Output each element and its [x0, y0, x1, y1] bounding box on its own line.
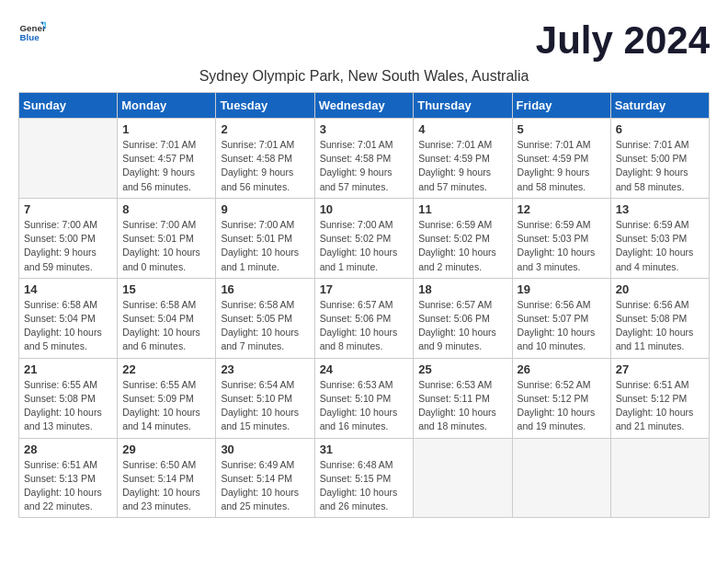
logo-icon: General Blue	[18, 18, 46, 46]
day-number: 27	[616, 362, 704, 376]
day-number: 15	[122, 282, 210, 296]
day-number: 21	[24, 362, 112, 376]
calendar-cell: 27Sunrise: 6:51 AMSunset: 5:12 PMDayligh…	[610, 358, 709, 438]
calendar-cell: 14Sunrise: 6:58 AMSunset: 5:04 PMDayligh…	[19, 278, 118, 358]
day-info: Sunrise: 7:00 AMSunset: 5:02 PMDaylight:…	[320, 218, 409, 274]
header-thursday: Thursday	[414, 93, 512, 119]
svg-text:General: General	[20, 23, 47, 33]
day-info: Sunrise: 7:01 AMSunset: 4:57 PMDaylight:…	[122, 138, 210, 194]
day-info: Sunrise: 6:58 AMSunset: 5:04 PMDaylight:…	[122, 298, 210, 354]
day-number: 29	[122, 442, 210, 456]
calendar-table: SundayMondayTuesdayWednesdayThursdayFrid…	[18, 92, 710, 518]
day-number: 16	[221, 282, 309, 296]
header-tuesday: Tuesday	[216, 93, 314, 119]
calendar-cell: 3Sunrise: 7:01 AMSunset: 4:58 PMDaylight…	[314, 119, 414, 199]
calendar-cell: 1Sunrise: 7:01 AMSunset: 4:57 PMDaylight…	[118, 119, 216, 199]
day-number: 28	[24, 442, 112, 456]
calendar-cell: 21Sunrise: 6:55 AMSunset: 5:08 PMDayligh…	[19, 358, 118, 438]
day-number: 12	[518, 202, 606, 216]
calendar-cell: 22Sunrise: 6:55 AMSunset: 5:09 PMDayligh…	[118, 358, 216, 438]
calendar-cell	[512, 438, 610, 518]
calendar-cell: 26Sunrise: 6:52 AMSunset: 5:12 PMDayligh…	[512, 358, 610, 438]
day-number: 20	[616, 282, 704, 296]
calendar-cell: 11Sunrise: 6:59 AMSunset: 5:02 PMDayligh…	[414, 198, 512, 278]
week-row-0: 1Sunrise: 7:01 AMSunset: 4:57 PMDaylight…	[19, 119, 710, 199]
calendar-cell: 30Sunrise: 6:49 AMSunset: 5:14 PMDayligh…	[216, 438, 314, 518]
day-number: 11	[418, 202, 506, 216]
day-info: Sunrise: 6:59 AMSunset: 5:03 PMDaylight:…	[616, 218, 704, 274]
day-number: 2	[221, 122, 309, 136]
day-number: 25	[418, 362, 506, 376]
day-number: 3	[320, 122, 409, 136]
day-info: Sunrise: 7:00 AMSunset: 5:01 PMDaylight:…	[122, 218, 210, 274]
week-row-2: 14Sunrise: 6:58 AMSunset: 5:04 PMDayligh…	[19, 278, 710, 358]
day-info: Sunrise: 6:51 AMSunset: 5:12 PMDaylight:…	[616, 378, 704, 434]
day-number: 17	[320, 282, 409, 296]
calendar-cell: 25Sunrise: 6:53 AMSunset: 5:11 PMDayligh…	[414, 358, 512, 438]
day-info: Sunrise: 6:51 AMSunset: 5:13 PMDaylight:…	[24, 458, 112, 514]
calendar-cell: 31Sunrise: 6:48 AMSunset: 5:15 PMDayligh…	[314, 438, 414, 518]
header-saturday: Saturday	[610, 93, 709, 119]
day-number: 13	[616, 202, 704, 216]
day-info: Sunrise: 6:58 AMSunset: 5:05 PMDaylight:…	[221, 298, 309, 354]
day-number: 24	[320, 362, 409, 376]
day-info: Sunrise: 7:01 AMSunset: 4:59 PMDaylight:…	[418, 138, 506, 194]
calendar-cell: 8Sunrise: 7:00 AMSunset: 5:01 PMDaylight…	[118, 198, 216, 278]
day-info: Sunrise: 6:54 AMSunset: 5:10 PMDaylight:…	[221, 378, 309, 434]
calendar-cell: 19Sunrise: 6:56 AMSunset: 5:07 PMDayligh…	[512, 278, 610, 358]
day-number: 6	[616, 122, 704, 136]
day-info: Sunrise: 6:55 AMSunset: 5:08 PMDaylight:…	[24, 378, 112, 434]
calendar-cell: 28Sunrise: 6:51 AMSunset: 5:13 PMDayligh…	[19, 438, 118, 518]
day-info: Sunrise: 7:01 AMSunset: 4:58 PMDaylight:…	[221, 138, 309, 194]
day-number: 1	[122, 122, 210, 136]
day-info: Sunrise: 6:52 AMSunset: 5:12 PMDaylight:…	[518, 378, 606, 434]
day-info: Sunrise: 6:58 AMSunset: 5:04 PMDaylight:…	[24, 298, 112, 354]
calendar-cell: 16Sunrise: 6:58 AMSunset: 5:05 PMDayligh…	[216, 278, 314, 358]
header-friday: Friday	[512, 93, 610, 119]
month-title: July 2024	[536, 18, 710, 63]
logo: General Blue	[18, 18, 46, 46]
header-sunday: Sunday	[19, 93, 118, 119]
day-info: Sunrise: 6:59 AMSunset: 5:03 PMDaylight:…	[518, 218, 606, 274]
calendar-cell: 15Sunrise: 6:58 AMSunset: 5:04 PMDayligh…	[118, 278, 216, 358]
calendar-cell	[610, 438, 709, 518]
day-number: 9	[221, 202, 309, 216]
calendar-cell: 18Sunrise: 6:57 AMSunset: 5:06 PMDayligh…	[414, 278, 512, 358]
calendar-cell: 2Sunrise: 7:01 AMSunset: 4:58 PMDaylight…	[216, 119, 314, 199]
header-wednesday: Wednesday	[314, 93, 414, 119]
calendar-cell: 29Sunrise: 6:50 AMSunset: 5:14 PMDayligh…	[118, 438, 216, 518]
header-row: SundayMondayTuesdayWednesdayThursdayFrid…	[19, 93, 710, 119]
calendar-cell: 20Sunrise: 6:56 AMSunset: 5:08 PMDayligh…	[610, 278, 709, 358]
day-info: Sunrise: 6:55 AMSunset: 5:09 PMDaylight:…	[122, 378, 210, 434]
day-number: 22	[122, 362, 210, 376]
day-info: Sunrise: 6:59 AMSunset: 5:02 PMDaylight:…	[418, 218, 506, 274]
day-number: 18	[418, 282, 506, 296]
week-row-1: 7Sunrise: 7:00 AMSunset: 5:00 PMDaylight…	[19, 198, 710, 278]
day-number: 7	[24, 202, 112, 216]
calendar-cell: 10Sunrise: 7:00 AMSunset: 5:02 PMDayligh…	[314, 198, 414, 278]
day-info: Sunrise: 7:01 AMSunset: 4:58 PMDaylight:…	[320, 138, 409, 194]
calendar-cell: 12Sunrise: 6:59 AMSunset: 5:03 PMDayligh…	[512, 198, 610, 278]
calendar-cell: 7Sunrise: 7:00 AMSunset: 5:00 PMDaylight…	[19, 198, 118, 278]
page-header: General Blue July 2024	[18, 18, 710, 63]
day-number: 26	[518, 362, 606, 376]
day-number: 8	[122, 202, 210, 216]
week-row-4: 28Sunrise: 6:51 AMSunset: 5:13 PMDayligh…	[19, 438, 710, 518]
calendar-cell	[19, 119, 118, 199]
calendar-cell: 13Sunrise: 6:59 AMSunset: 5:03 PMDayligh…	[610, 198, 709, 278]
calendar-cell: 6Sunrise: 7:01 AMSunset: 5:00 PMDaylight…	[610, 119, 709, 199]
day-number: 30	[221, 442, 309, 456]
day-info: Sunrise: 6:53 AMSunset: 5:11 PMDaylight:…	[418, 378, 506, 434]
day-info: Sunrise: 6:49 AMSunset: 5:14 PMDaylight:…	[221, 458, 309, 514]
day-number: 10	[320, 202, 409, 216]
day-number: 14	[24, 282, 112, 296]
day-info: Sunrise: 6:56 AMSunset: 5:07 PMDaylight:…	[518, 298, 606, 354]
day-number: 5	[518, 122, 606, 136]
day-info: Sunrise: 7:01 AMSunset: 5:00 PMDaylight:…	[616, 138, 704, 194]
calendar-cell: 17Sunrise: 6:57 AMSunset: 5:06 PMDayligh…	[314, 278, 414, 358]
day-number: 19	[518, 282, 606, 296]
location-subtitle: Sydney Olympic Park, New South Wales, Au…	[18, 68, 710, 85]
day-info: Sunrise: 6:57 AMSunset: 5:06 PMDaylight:…	[418, 298, 506, 354]
day-info: Sunrise: 6:56 AMSunset: 5:08 PMDaylight:…	[616, 298, 704, 354]
day-number: 31	[320, 442, 409, 456]
